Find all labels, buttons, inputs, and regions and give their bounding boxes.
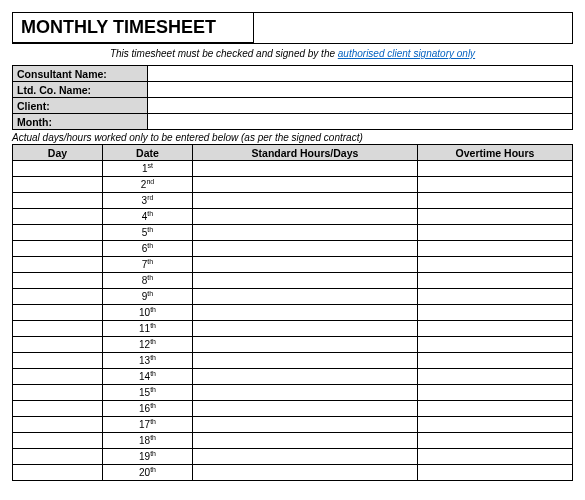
cell-std[interactable]: [193, 465, 418, 481]
table-row: 11th: [13, 321, 573, 337]
cell-day[interactable]: [13, 273, 103, 289]
table-row: 2nd: [13, 177, 573, 193]
client-value[interactable]: [148, 98, 573, 114]
cell-ot[interactable]: [418, 385, 573, 401]
cell-std[interactable]: [193, 321, 418, 337]
cell-day[interactable]: [13, 369, 103, 385]
cell-day[interactable]: [13, 337, 103, 353]
table-row: 18th: [13, 433, 573, 449]
cell-day[interactable]: [13, 401, 103, 417]
cell-std[interactable]: [193, 177, 418, 193]
consultant-value[interactable]: [148, 66, 573, 82]
cell-date: 11th: [103, 321, 193, 337]
table-row: 19th: [13, 449, 573, 465]
cell-day[interactable]: [13, 289, 103, 305]
cell-std[interactable]: [193, 209, 418, 225]
cell-std[interactable]: [193, 353, 418, 369]
cell-date: 7th: [103, 257, 193, 273]
cell-ot[interactable]: [418, 209, 573, 225]
cell-std[interactable]: [193, 417, 418, 433]
month-row: Month:: [13, 114, 573, 130]
cell-day[interactable]: [13, 449, 103, 465]
cell-std[interactable]: [193, 385, 418, 401]
table-row: 3rd: [13, 193, 573, 209]
cell-ot[interactable]: [418, 225, 573, 241]
cell-std[interactable]: [193, 449, 418, 465]
cell-ot[interactable]: [418, 401, 573, 417]
cell-day[interactable]: [13, 257, 103, 273]
note-link[interactable]: authorised client signatory only: [338, 48, 475, 59]
table-row: 10th: [13, 305, 573, 321]
month-label: Month:: [13, 114, 148, 130]
cell-date: 1st: [103, 161, 193, 177]
table-row: 13th: [13, 353, 573, 369]
cell-ot[interactable]: [418, 161, 573, 177]
cell-std[interactable]: [193, 273, 418, 289]
ltd-value[interactable]: [148, 82, 573, 98]
cell-date: 16th: [103, 401, 193, 417]
month-value[interactable]: [148, 114, 573, 130]
cell-day[interactable]: [13, 433, 103, 449]
cell-day[interactable]: [13, 241, 103, 257]
consultant-label: Consultant Name:: [13, 66, 148, 82]
cell-std[interactable]: [193, 257, 418, 273]
table-row: 9th: [13, 289, 573, 305]
cell-ot[interactable]: [418, 369, 573, 385]
cell-day[interactable]: [13, 225, 103, 241]
cell-day[interactable]: [13, 209, 103, 225]
cell-date: 4th: [103, 209, 193, 225]
cell-ot[interactable]: [418, 337, 573, 353]
cell-std[interactable]: [193, 337, 418, 353]
cell-date: 17th: [103, 417, 193, 433]
cell-std[interactable]: [193, 289, 418, 305]
cell-std[interactable]: [193, 225, 418, 241]
cell-day[interactable]: [13, 161, 103, 177]
table-row: 16th: [13, 401, 573, 417]
title-row: MONTHLY TIMESHEET: [12, 12, 573, 44]
cell-ot[interactable]: [418, 321, 573, 337]
cell-day[interactable]: [13, 305, 103, 321]
cell-day[interactable]: [13, 353, 103, 369]
cell-ot[interactable]: [418, 257, 573, 273]
cell-ot[interactable]: [418, 193, 573, 209]
cell-date: 15th: [103, 385, 193, 401]
cell-ot[interactable]: [418, 449, 573, 465]
table-row: 12th: [13, 337, 573, 353]
table-row: 6th: [13, 241, 573, 257]
header-date: Date: [103, 145, 193, 161]
cell-day[interactable]: [13, 385, 103, 401]
cell-ot[interactable]: [418, 273, 573, 289]
cell-ot[interactable]: [418, 417, 573, 433]
cell-day[interactable]: [13, 193, 103, 209]
cell-std[interactable]: [193, 161, 418, 177]
cell-std[interactable]: [193, 369, 418, 385]
cell-ot[interactable]: [418, 241, 573, 257]
table-row: 7th: [13, 257, 573, 273]
table-row: 20th: [13, 465, 573, 481]
table-row: 1st: [13, 161, 573, 177]
cell-ot[interactable]: [418, 353, 573, 369]
cell-ot[interactable]: [418, 465, 573, 481]
cell-std[interactable]: [193, 305, 418, 321]
client-row: Client:: [13, 98, 573, 114]
cell-day[interactable]: [13, 177, 103, 193]
table-row: 4th: [13, 209, 573, 225]
cell-std[interactable]: [193, 241, 418, 257]
cell-ot[interactable]: [418, 289, 573, 305]
cell-ot[interactable]: [418, 433, 573, 449]
cell-ot[interactable]: [418, 177, 573, 193]
cell-day[interactable]: [13, 321, 103, 337]
cell-std[interactable]: [193, 433, 418, 449]
table-row: 14th: [13, 369, 573, 385]
cell-ot[interactable]: [418, 305, 573, 321]
cell-day[interactable]: [13, 465, 103, 481]
table-row: 15th: [13, 385, 573, 401]
cell-date: 6th: [103, 241, 193, 257]
cell-date: 14th: [103, 369, 193, 385]
signing-note: This timesheet must be checked and signe…: [12, 44, 573, 65]
cell-day[interactable]: [13, 417, 103, 433]
header-std: Standard Hours/Days: [193, 145, 418, 161]
cell-std[interactable]: [193, 401, 418, 417]
cell-std[interactable]: [193, 193, 418, 209]
header-row: Day Date Standard Hours/Days Overtime Ho…: [13, 145, 573, 161]
